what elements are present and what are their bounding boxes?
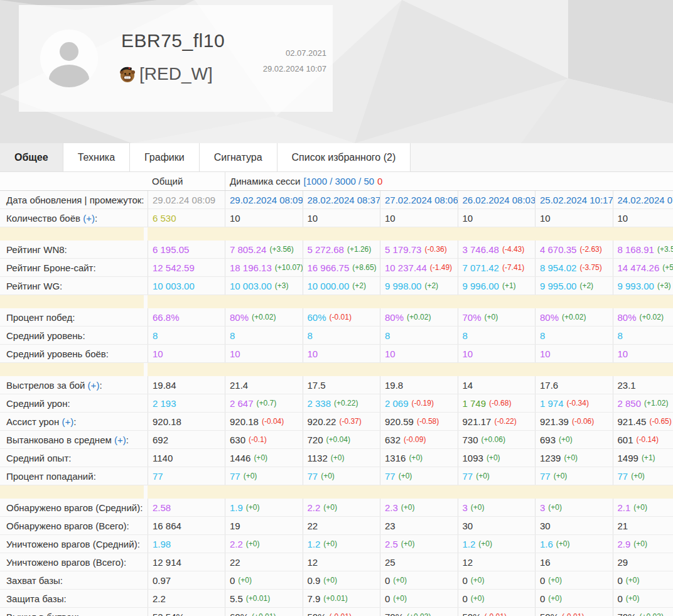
stat-cell-overall: 2.2: [148, 590, 225, 607]
stat-cell-session: 0(+0): [535, 571, 613, 589]
stat-delta: (+0): [246, 503, 260, 512]
expand-plus-link[interactable]: (+): [59, 416, 73, 427]
stat-value: 920.18: [230, 416, 259, 427]
stat-delta: (+10.07): [275, 263, 303, 272]
tab-favorites[interactable]: Список избранного (2): [277, 143, 411, 171]
stat-delta: (-1.49): [430, 263, 452, 272]
stat-value: 10: [308, 349, 318, 359]
stat-cell-session: 9 998.00(+2): [380, 277, 458, 294]
session-date-link[interactable]: 27.02.2024 08:06: [385, 195, 458, 205]
stat-delta: (+0): [485, 313, 498, 322]
stat-cell-session: 80%(+0.02): [225, 308, 303, 326]
stat-value: 2.9: [618, 539, 631, 549]
stat-value: 80%: [618, 312, 637, 323]
stat-value: 920.22: [308, 416, 336, 427]
stat-cell-session: 26.02.2024 08:03: [458, 191, 536, 208]
expand-plus-link[interactable]: (+): [80, 213, 95, 224]
stat-value: 5.5: [230, 593, 243, 604]
tab-signature[interactable]: Сигнатура: [200, 143, 277, 171]
stat-cell-session: 0(+0): [458, 571, 536, 589]
stat-cell-session: 920.22(-0.37): [303, 413, 380, 430]
tab-charts[interactable]: Графики: [130, 143, 200, 171]
stat-cell-session: 8 954.02(-3.75): [535, 259, 613, 276]
stat-cell-session: 10: [225, 209, 303, 227]
stat-delta: (+0.03): [640, 612, 664, 616]
stat-value: 10: [230, 349, 240, 359]
stat-delta: (+0): [471, 594, 485, 603]
avatar-head-shape: [60, 42, 78, 61]
stat-value: 66.8%: [153, 312, 180, 323]
stat-value: 77: [385, 471, 396, 482]
stat-value: 921.45: [618, 416, 647, 427]
stats-table: Дата обновления | промежуток:29.02.24 08…: [0, 191, 673, 616]
stat-cell-session: 25.02.2024 10:17: [535, 191, 613, 208]
stat-delta: (-0.01): [485, 612, 507, 616]
stat-cell-session: 2 850(+1.02): [613, 394, 673, 412]
stat-cell-overall: 0.97: [148, 571, 225, 589]
stat-label: Выжил в битвах:: [0, 612, 144, 616]
stat-cell-session: 4 670.35(-2.63): [535, 240, 613, 258]
stat-delta: (+0): [323, 539, 337, 548]
stat-value: 4 670.35: [540, 244, 576, 255]
stat-value: 921.39: [540, 416, 569, 427]
stat-value: 2.3: [385, 502, 398, 513]
stat-delta: (-0.22): [494, 417, 516, 426]
stat-delta: (+3.56): [269, 245, 293, 254]
stat-value: 10 003.00: [230, 281, 272, 291]
stat-label: Уничтожено врагов (Всего):: [0, 557, 144, 568]
stat-delta: (+0.01): [252, 612, 276, 616]
session-date-link[interactable]: 24.02.2024 07: [618, 195, 673, 205]
expand-plus-link[interactable]: (+): [85, 380, 99, 391]
group-separator: [0, 363, 673, 376]
stat-cell-session: 17.5: [303, 376, 380, 394]
stat-cell-session: 21.4: [225, 376, 303, 394]
stat-cell-overall: 19.84: [148, 376, 225, 394]
stat-cell-session: 10: [303, 209, 380, 227]
stat-cell-session: 1 974(-0.34): [535, 394, 613, 412]
stat-value: 10: [153, 349, 163, 359]
stat-cell-session: 2.5(+0): [380, 535, 458, 553]
player-name: EBR75_fl10: [121, 30, 225, 51]
stat-cell-overall: 6 195.05: [148, 240, 225, 258]
session-date-link[interactable]: 28.02.2024 08:37: [308, 195, 381, 205]
stat-label: Обнаружено врагов (Всего):: [0, 521, 144, 531]
stat-cell-session: 24.02.2024 07: [613, 191, 673, 208]
stat-value: 0: [618, 575, 623, 586]
session-date-link[interactable]: 26.02.2024 08:03: [463, 195, 536, 205]
session-date-link[interactable]: 29.02.2024 08:09: [230, 195, 303, 205]
stat-value: 2.58: [153, 502, 171, 513]
stat-cell-session: 23.1: [613, 376, 673, 394]
stat-cell-session: 0(+0): [535, 590, 613, 607]
expand-plus-link[interactable]: (+): [112, 435, 126, 445]
stat-row: Процент попаданий:7777(+0)77(+0)77(+0)77…: [0, 467, 673, 485]
stat-row: Вытанковано в среднем (+):692630(-0.1)72…: [0, 431, 673, 449]
session-dynamics-tail: 0: [377, 176, 382, 186]
stat-value: 0: [618, 593, 623, 604]
stat-cell-session: 0(+0): [458, 590, 536, 607]
stat-value: 8: [385, 330, 390, 341]
clan-tag[interactable]: [RED_W]: [139, 64, 213, 84]
stat-cell-session: 921.45(-0.65): [613, 413, 673, 430]
tab-vehicles[interactable]: Техника: [63, 143, 130, 171]
stat-value: 1.98: [153, 539, 171, 549]
stat-delta: (+0): [559, 435, 573, 444]
stat-value: 70%: [385, 612, 404, 616]
stat-cell-session: 1.6(+0): [535, 535, 613, 553]
stat-value: 53.54%: [153, 612, 185, 616]
stat-label: Процент побед:: [0, 312, 144, 323]
tab-general[interactable]: Общее: [0, 143, 63, 171]
stat-label: Выстрелов за бой (+):: [0, 380, 144, 391]
session-dynamics-link[interactable]: [1000 / 3000 / 50: [303, 176, 374, 186]
stat-value: 1132: [308, 453, 328, 463]
stat-label: Рейтинг Броне-сайт:: [0, 262, 144, 273]
stat-value: 10: [463, 349, 473, 359]
session-date-link[interactable]: 25.02.2024 10:17: [540, 195, 613, 205]
stat-cell-session: 80%(+0.02): [535, 308, 613, 326]
group-separator: [0, 295, 673, 308]
stat-cell-overall: 692: [148, 431, 225, 448]
stat-value: 2 647: [230, 398, 254, 409]
stat-row-update-date: Дата обновления | промежуток:29.02.24 08…: [0, 191, 673, 209]
stat-cell-session: 3(+0): [535, 499, 613, 516]
stat-cell-session: 50%(-0.01): [535, 608, 613, 616]
stat-row: Захват базы:0.970(+0)0.9(+0)0(+0)0(+0)0(…: [0, 571, 673, 590]
